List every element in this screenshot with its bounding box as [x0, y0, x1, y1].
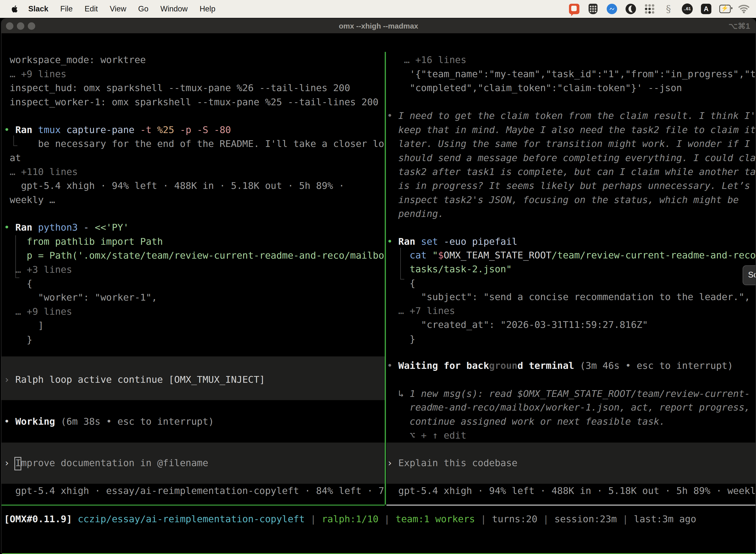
terminal-line: inspect_worker-1: omx sparkshell --tmux-…	[4, 95, 378, 109]
terminal-line: at	[4, 151, 21, 165]
dots-grid-icon[interactable]	[644, 3, 655, 15]
terminal-line: • I need to get the claim token from the…	[387, 109, 756, 123]
moon-circle-icon[interactable]	[625, 3, 636, 15]
menu-item-edit[interactable]: Edit	[79, 4, 104, 13]
apple-logo-icon[interactable]	[10, 4, 19, 14]
messenger-icon[interactable]	[606, 3, 618, 15]
terminal-line: cat "$OMX_TEAM_STATE_ROOT/team/review-cu…	[387, 248, 756, 262]
inactive-pane-border	[386, 505, 756, 506]
menu-items: SlackFileEditViewGoWindowHelp	[0, 4, 221, 14]
window-shortcut-badge: ⌥⌘1	[729, 19, 750, 33]
terminal-line: }	[387, 332, 415, 346]
window-title-bar[interactable]: omx --xhigh --madmax ⌥⌘1	[1, 19, 756, 33]
menu-item-slack[interactable]: Slack	[22, 4, 54, 13]
menu-bar-status-icons: § ..61 A ⚡	[568, 3, 756, 15]
terminal-line: {	[4, 277, 32, 291]
input-source-icon[interactable]: A	[700, 3, 712, 15]
terminal-line: later. Using the same for transition mig…	[387, 137, 750, 151]
terminal-line: keep that in mind. Maybe I also need the…	[387, 123, 756, 137]
terminal-line: tasks/task-2.json"	[387, 262, 512, 276]
terminal-line: from pathlib import Path	[4, 234, 163, 249]
terminal-line: {	[387, 276, 415, 290]
terminal-line: … +3 lines	[4, 263, 72, 277]
terminal-line: gpt-5.4 xhigh · 94% left · 488K in · 5.1…	[387, 484, 756, 498]
terminal-line: › Improve documentation in @filename	[4, 456, 208, 470]
menu-item-file[interactable]: File	[54, 4, 79, 13]
terminal-line: weekly …	[4, 193, 55, 207]
omx-status-line: [OMX#0.11.9] cczip/essay/ai-reimplementa…	[4, 512, 696, 526]
squiggle-icon[interactable]: §	[663, 3, 674, 15]
terminal-line: continue assigned work or next feasible …	[387, 414, 665, 429]
screen: SlackFileEditViewGoWindowHelp §	[0, 0, 756, 554]
terminal-line: • Ran python3 - <<'PY'	[4, 220, 129, 234]
tmux-pane-left[interactable]: workspace_mode: worktree … +9 lines insp…	[1, 52, 385, 505]
terminal-window: omx --xhigh --madmax ⌥⌘1 workspace_mode:…	[1, 18, 756, 554]
terminal-line: "worker": "worker-1",	[4, 290, 157, 304]
terminal-line: is in progress? It seems likely but perh…	[387, 179, 750, 193]
terminal-line: › Explain this codebase	[387, 456, 517, 470]
shield-grid-icon[interactable]	[587, 3, 599, 15]
terminal-line: … +110 lines	[4, 165, 78, 179]
terminal-line: ]	[4, 319, 44, 333]
screen-tooltip: Scre	[743, 265, 756, 285]
terminal-line: › Ralph loop active continue [OMX_TMUX_I…	[4, 373, 265, 387]
terminal-line: • Ran set -euo pipefail	[387, 234, 517, 249]
terminal-line: workspace_mode: worktree	[4, 53, 146, 67]
terminal-line: … +9 lines	[4, 304, 72, 319]
terminal-line: readme-and-reco/mailbox/worker-1.json, a…	[387, 400, 750, 414]
terminal-line: pending.	[387, 207, 444, 221]
terminal-line: • Working (6m 38s • esc to interrupt)	[4, 414, 214, 429]
terminal-line: be necessary for the end of the README. …	[4, 137, 385, 151]
menu-item-help[interactable]: Help	[194, 4, 222, 13]
terminal-line: • Ran tmux capture-pane -t %25 -p -S -80	[4, 123, 231, 137]
terminal-line: … +9 lines	[4, 67, 66, 81]
wifi-icon[interactable]	[738, 3, 750, 15]
terminal-line: gpt-5.4 xhigh · essay/ai-reimplementatio…	[4, 484, 385, 498]
terminal-line: inspect task2's JSON, focusing on the st…	[387, 193, 739, 207]
macos-menu-bar: SlackFileEditViewGoWindowHelp §	[0, 0, 756, 18]
menu-item-view[interactable]: View	[104, 4, 132, 13]
terminal-line: inspect_hud: omx sparkshell --tmux-pane …	[4, 81, 350, 95]
pane-divider	[385, 52, 386, 505]
tmux-pane-right[interactable]: … +16 lines '{"team_name":"my-team","tas…	[386, 52, 756, 505]
chat-app-icon[interactable]	[568, 3, 580, 15]
battery-charging-icon[interactable]: ⚡	[719, 3, 731, 15]
terminal-line: "completed","claim_token":"claim-token"}…	[387, 81, 682, 95]
terminal-line: "subject": "send a concise recommendatio…	[387, 290, 750, 304]
terminal-line: "created_at": "2026-03-31T11:59:27.816Z"	[387, 318, 648, 332]
terminal-line: p = Path('.omx/state/team/review-current…	[4, 248, 385, 263]
terminal-line: … +16 lines	[387, 53, 466, 67]
window-title: omx --xhigh --madmax	[1, 19, 756, 33]
terminal-line: ↳ 1 new msg(s): read $OMX_TEAM_STATE_ROO…	[387, 387, 750, 401]
menu-item-go[interactable]: Go	[132, 4, 154, 13]
terminal-line: task2 after task1 is complete, but can I…	[387, 165, 756, 179]
terminal-line: • Waiting for background terminal (3m 46…	[387, 359, 733, 373]
terminal-line: … +7 lines	[387, 304, 455, 318]
terminal-line: gpt-5.4 xhigh · 94% left · 488K in · 5.1…	[4, 179, 344, 193]
terminal-line: ⌥ + ↑ edit	[387, 428, 466, 443]
terminal-line: }	[4, 333, 32, 347]
active-pane-border	[1, 505, 385, 506]
menu-item-window[interactable]: Window	[154, 4, 193, 13]
terminal-line: '{"team_name":"my-team","task_id":"1","f…	[387, 67, 756, 81]
terminal-line: should send a message before completing …	[387, 151, 756, 165]
ip-badge-icon[interactable]: ..61	[682, 3, 693, 15]
